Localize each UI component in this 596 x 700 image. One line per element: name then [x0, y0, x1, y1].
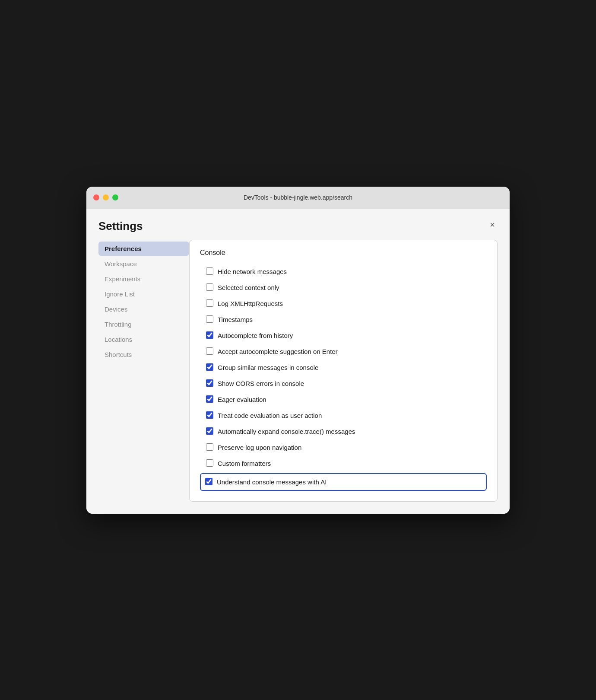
window-title: DevTools - bubble-jingle.web.app/search — [244, 194, 352, 201]
sidebar-item-preferences[interactable]: Preferences — [98, 242, 189, 256]
checkbox-auto-expand-label[interactable]: Automatically expand console.trace() mes… — [218, 427, 355, 436]
sidebar-item-experiments[interactable]: Experiments — [98, 272, 189, 286]
checkbox-timestamps-label[interactable]: Timestamps — [218, 315, 253, 324]
traffic-lights — [93, 194, 118, 200]
checkbox-understand-ai-label[interactable]: Understand console messages with AI — [217, 477, 327, 487]
checkbox-show-cors-label[interactable]: Show CORS errors in console — [218, 379, 304, 388]
checkbox-group-similar: Group similar messages in console — [200, 360, 487, 375]
devtools-window: DevTools - bubble-jingle.web.app/search … — [86, 187, 510, 514]
checkbox-understand-ai-input[interactable] — [205, 478, 212, 485]
checkbox-hide-network-input[interactable] — [206, 267, 213, 275]
close-traffic-light[interactable] — [93, 194, 99, 200]
checkbox-eager-eval-label[interactable]: Eager evaluation — [218, 395, 266, 404]
checkbox-selected-context-label[interactable]: Selected context only — [218, 283, 279, 292]
checkbox-log-xhr-label[interactable]: Log XMLHttpRequests — [218, 299, 283, 308]
checkbox-log-xhr: Log XMLHttpRequests — [200, 296, 487, 312]
maximize-traffic-light[interactable] — [112, 194, 118, 200]
checkbox-group-similar-label[interactable]: Group similar messages in console — [218, 363, 318, 372]
checkbox-preserve-log-input[interactable] — [206, 443, 213, 451]
checkbox-hide-network-label[interactable]: Hide network messages — [218, 267, 287, 276]
checkbox-auto-expand: Automatically expand console.trace() mes… — [200, 423, 487, 439]
checkbox-treat-code-label[interactable]: Treat code evaluation as user action — [218, 411, 322, 420]
sidebar: Preferences Workspace Experiments Ignore… — [98, 240, 189, 502]
checkbox-preserve-log: Preserve log upon navigation — [200, 439, 487, 455]
close-button[interactable]: × — [487, 220, 498, 230]
checkbox-show-cors: Show CORS errors in console — [200, 375, 487, 391]
minimize-traffic-light[interactable] — [103, 194, 109, 200]
checkbox-auto-expand-input[interactable] — [206, 427, 213, 435]
sidebar-item-workspace[interactable]: Workspace — [98, 257, 189, 271]
settings-container: Settings × Preferences Workspace Experim… — [86, 209, 510, 514]
checkbox-accept-autocomplete-label[interactable]: Accept autocomplete suggestion on Enter — [218, 347, 338, 356]
checkbox-custom-formatters-label[interactable]: Custom formatters — [218, 459, 271, 468]
title-bar: DevTools - bubble-jingle.web.app/search — [86, 187, 510, 209]
sidebar-item-devices[interactable]: Devices — [98, 302, 189, 316]
content-panel: Console Hide network messages Selected c… — [189, 240, 498, 502]
checkbox-treat-code-input[interactable] — [206, 411, 213, 419]
checkbox-timestamps-input[interactable] — [206, 315, 213, 323]
checkbox-treat-code: Treat code evaluation as user action — [200, 407, 487, 423]
sidebar-item-throttling[interactable]: Throttling — [98, 317, 189, 331]
content-inner: Console Hide network messages Selected c… — [190, 240, 497, 501]
checkbox-log-xhr-input[interactable] — [206, 299, 213, 307]
checkbox-group-similar-input[interactable] — [206, 363, 213, 371]
sidebar-item-ignore-list[interactable]: Ignore List — [98, 287, 189, 301]
window-body: Settings × Preferences Workspace Experim… — [86, 209, 510, 514]
checkbox-selected-context: Selected context only — [200, 280, 487, 296]
checkbox-show-cors-input[interactable] — [206, 379, 213, 387]
settings-layout: Preferences Workspace Experiments Ignore… — [98, 240, 498, 502]
checkbox-autocomplete-history-label[interactable]: Autocomplete from history — [218, 331, 293, 340]
settings-heading: Settings — [98, 220, 143, 233]
checkbox-accept-autocomplete: Accept autocomplete suggestion on Enter — [200, 344, 487, 360]
checkbox-autocomplete-history-input[interactable] — [206, 331, 213, 339]
checkbox-hide-network: Hide network messages — [200, 264, 487, 280]
checkbox-eager-eval-input[interactable] — [206, 395, 213, 403]
console-section-title: Console — [200, 249, 487, 257]
checkbox-selected-context-input[interactable] — [206, 283, 213, 291]
checkbox-accept-autocomplete-input[interactable] — [206, 347, 213, 355]
sidebar-item-shortcuts[interactable]: Shortcuts — [98, 347, 189, 362]
checkbox-eager-eval: Eager evaluation — [200, 391, 487, 407]
checkbox-timestamps: Timestamps — [200, 312, 487, 328]
checkbox-custom-formatters: Custom formatters — [200, 455, 487, 471]
checkbox-preserve-log-label[interactable]: Preserve log upon navigation — [218, 443, 301, 452]
checkbox-custom-formatters-input[interactable] — [206, 459, 213, 467]
checkbox-understand-ai: Understand console messages with AI — [200, 473, 487, 491]
sidebar-item-locations[interactable]: Locations — [98, 332, 189, 347]
settings-header: Settings × — [98, 220, 498, 233]
checkbox-autocomplete-history: Autocomplete from history — [200, 328, 487, 344]
